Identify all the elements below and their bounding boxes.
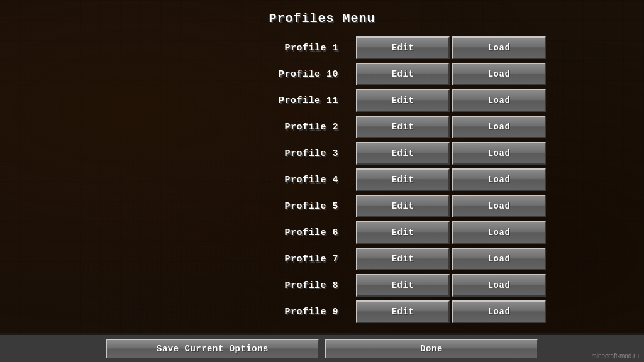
profile-name-text: Profile 9 [284,307,338,317]
bottom-bar: Save Current Options Done [0,333,644,362]
edit-button-profile-5[interactable]: Edit [356,195,450,217]
edit-button-profile-7[interactable]: Edit [356,248,450,270]
profile-row: EditLoad [353,167,548,193]
profile-name-text: Profile 6 [284,228,338,238]
profiles-container: Profile 1Profile 10Profile 11Profile 2Pr… [96,35,548,333]
edit-button-profile-10[interactable]: Edit [356,63,450,85]
profile-name-text: Profile 5 [284,201,338,212]
profile-row: EditLoad [353,61,548,87]
profiles-names: Profile 1Profile 10Profile 11Profile 2Pr… [96,35,353,333]
load-button-profile-5[interactable]: Load [452,195,546,217]
profile-name-item: Profile 2 [96,114,348,140]
load-button-profile-9[interactable]: Load [452,300,546,323]
profile-name-item: Profile 5 [96,193,348,219]
profile-row: EditLoad [353,87,548,114]
profile-row: EditLoad [353,114,548,140]
profile-name-text: Profile 1 [284,43,338,53]
profile-name-item: Profile 8 [96,272,348,299]
profiles-buttons-wrapper[interactable]: EditLoadEditLoadEditLoadEditLoadEditLoad… [353,35,548,325]
profile-name-item: Profile 10 [96,61,348,87]
load-button-profile-1[interactable]: Load [452,36,546,59]
edit-button-profile-4[interactable]: Edit [356,168,450,191]
profile-name-item: Profile 11 [96,87,348,114]
edit-button-profile-1[interactable]: Edit [356,36,450,59]
edit-button-profile-3[interactable]: Edit [356,142,450,165]
profile-name-text: Profile 4 [284,175,338,185]
profile-name-text: Profile 3 [284,148,338,159]
profile-name-item: Profile 3 [96,140,348,167]
edit-button-profile-11[interactable]: Edit [356,89,450,112]
profile-name-item: Profile 7 [96,246,348,272]
profile-name-text: Profile 2 [284,122,338,133]
load-button-profile-6[interactable]: Load [452,221,546,244]
load-button-profile-2[interactable]: Load [452,116,546,138]
profile-row: EditLoad [353,140,548,167]
profile-row: EditLoad [353,272,548,299]
edit-button-profile-9[interactable]: Edit [356,300,450,323]
profile-row: EditLoad [353,193,548,219]
edit-button-profile-2[interactable]: Edit [356,116,450,138]
save-current-options-button[interactable]: Save Current Options [106,339,319,359]
profile-name-text: Profile 11 [279,96,338,106]
profile-row: EditLoad [353,35,548,61]
load-button-profile-3[interactable]: Load [452,142,546,165]
profile-name-item: Profile 1 [96,35,348,61]
profile-name-text: Profile 7 [284,254,338,265]
profiles-buttons-list: EditLoadEditLoadEditLoadEditLoadEditLoad… [353,35,548,325]
profile-name-item: Profile 6 [96,219,348,246]
edit-button-profile-8[interactable]: Edit [356,274,450,297]
done-button[interactable]: Done [325,339,538,359]
profile-row: EditLoad [353,219,548,246]
watermark: minecraft-mod.ru [591,353,639,359]
load-button-profile-8[interactable]: Load [452,274,546,297]
load-button-profile-10[interactable]: Load [452,63,546,85]
load-button-profile-11[interactable]: Load [452,89,546,112]
load-button-profile-4[interactable]: Load [452,168,546,191]
page-wrapper: Profiles Menu Profile 1Profile 10Profile… [0,0,644,362]
profile-row: EditLoad [353,299,548,325]
load-button-profile-7[interactable]: Load [452,248,546,270]
page-title: Profiles Menu [269,11,375,26]
profile-name-text: Profile 8 [284,280,338,291]
profile-name-item: Profile 9 [96,299,348,325]
profile-name-item: Profile 4 [96,167,348,193]
profile-row: EditLoad [353,246,548,272]
profile-name-text: Profile 10 [279,69,338,80]
edit-button-profile-6[interactable]: Edit [356,221,450,244]
